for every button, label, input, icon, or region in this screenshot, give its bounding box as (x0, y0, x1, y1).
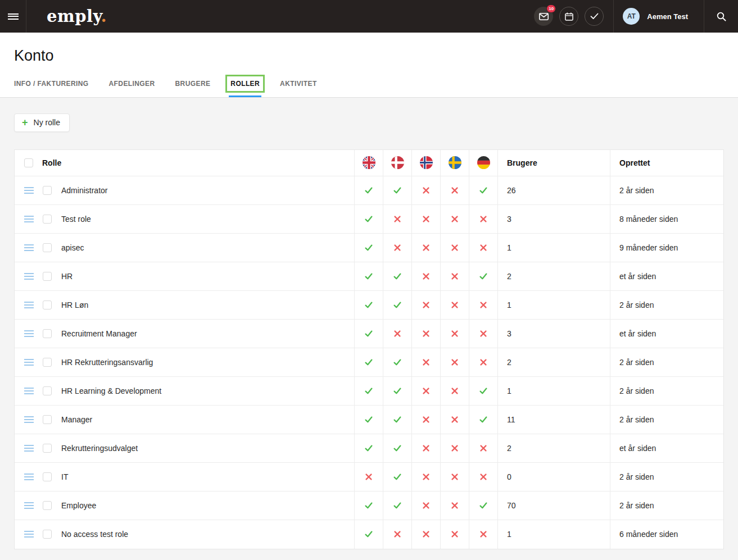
table-row[interactable]: Recruitment Manager 3 et år siden (15, 320, 723, 348)
column-header-uk-flag (354, 150, 383, 176)
denied-cross-icon (393, 243, 402, 252)
table-row[interactable]: HR Løn 1 2 år siden (15, 291, 723, 320)
table-row[interactable]: IT 0 2 år siden (15, 463, 723, 491)
lang-uk-allowed (354, 434, 383, 462)
denied-cross-icon (422, 472, 431, 481)
row-checkbox[interactable] (43, 501, 52, 510)
tab-aktivitet[interactable]: AKTIVITET (280, 76, 317, 97)
allowed-check-icon (479, 415, 488, 424)
lang-no-denied (411, 377, 440, 405)
row-checkbox[interactable] (43, 472, 52, 481)
row-checkbox[interactable] (43, 386, 52, 395)
table-row[interactable]: Manager 11 2 år siden (15, 406, 723, 434)
denied-cross-icon (422, 358, 431, 367)
row-checkbox[interactable] (43, 444, 52, 453)
table-row[interactable]: Administrator 26 2 år siden (15, 176, 723, 205)
app-logo[interactable]: emply. (47, 8, 107, 25)
lang-de-denied (469, 434, 497, 462)
drag-handle-icon[interactable] (24, 472, 34, 482)
drag-handle-icon[interactable] (24, 185, 34, 195)
denied-cross-icon (450, 501, 459, 510)
drag-handle-icon[interactable] (24, 357, 34, 367)
mail-badge: 10 (546, 4, 556, 13)
users-count: 2 (497, 262, 610, 290)
table-row[interactable]: HR Rekrutteringsansvarlig 2 2 år siden (15, 348, 723, 377)
lang-uk-allowed (354, 262, 383, 290)
denied-cross-icon (393, 530, 402, 539)
row-checkbox[interactable] (43, 186, 52, 195)
lang-dk-denied (383, 320, 411, 348)
lang-se-denied (440, 262, 469, 290)
denied-cross-icon (450, 243, 459, 252)
mail-button[interactable]: 10 (534, 7, 553, 26)
row-checkbox[interactable] (43, 243, 52, 252)
row-checkbox[interactable] (43, 272, 52, 281)
table-row[interactable]: HR Learning & Development 1 2 år siden (15, 377, 723, 406)
user-menu[interactable]: AT Aemen Test (614, 8, 704, 25)
tab-roller[interactable]: ROLLER (230, 76, 260, 97)
role-name: HR Learning & Development (61, 386, 161, 395)
check-icon (590, 13, 599, 20)
drag-handle-icon[interactable] (24, 500, 34, 511)
role-name: apisec (61, 243, 84, 252)
lang-uk-allowed (354, 234, 383, 262)
lang-dk-denied (383, 205, 411, 233)
drag-handle-icon[interactable] (24, 443, 34, 453)
table-row[interactable]: HR 2 et år siden (15, 262, 723, 291)
search-button[interactable] (704, 12, 738, 21)
column-header-users: Brugere (497, 150, 610, 176)
tab-info-fakturering[interactable]: INFO / FAKTURERING (14, 76, 89, 97)
role-name: IT (61, 472, 68, 481)
allowed-check-icon (364, 272, 373, 281)
topbar: emply. 10 AT Aemen Test (0, 0, 738, 33)
hamburger-menu-button[interactable] (0, 0, 26, 33)
table-row[interactable]: Employee 70 2 år siden (15, 491, 723, 520)
row-checkbox[interactable] (43, 415, 52, 424)
lang-se-denied (440, 234, 469, 262)
drag-handle-icon[interactable] (24, 243, 34, 253)
table-row[interactable]: No access test role 1 6 måneder siden (15, 520, 723, 549)
new-role-button[interactable]: + Ny rolle (14, 113, 70, 132)
lang-de-denied (469, 234, 497, 262)
drag-handle-icon[interactable] (24, 386, 34, 396)
lang-dk-allowed (383, 491, 411, 520)
table-row[interactable]: Test role 3 8 måneder siden (15, 205, 723, 234)
table-row[interactable]: Rekrutteringsudvalget 2 et år siden (15, 434, 723, 463)
calendar-button[interactable] (559, 7, 578, 26)
drag-handle-icon[interactable] (24, 214, 34, 224)
tab-brugere[interactable]: BRUGERE (175, 76, 211, 97)
row-checkbox[interactable] (43, 530, 52, 539)
drag-handle-icon[interactable] (24, 300, 34, 310)
created-ago: et år siden (610, 434, 723, 462)
allowed-check-icon (393, 472, 402, 481)
lang-no-denied (411, 234, 440, 262)
row-checkbox[interactable] (43, 329, 52, 338)
role-name: Administrator (61, 186, 107, 195)
table-header-row: Rolle Brugere Oprettet (15, 150, 723, 176)
lang-no-denied (411, 176, 440, 204)
tab-afdelinger[interactable]: AFDELINGER (109, 76, 155, 97)
column-header-denmark-flag (383, 150, 411, 176)
column-header-created: Oprettet (610, 150, 723, 176)
roles-table: Rolle Brugere Oprettet Administrator 26 … (14, 149, 724, 549)
denied-cross-icon (422, 386, 431, 395)
row-checkbox[interactable] (43, 358, 52, 367)
row-checkbox[interactable] (43, 301, 52, 309)
drag-handle-icon[interactable] (24, 329, 34, 339)
row-checkbox[interactable] (43, 215, 52, 224)
table-row[interactable]: apisec 1 9 måneder siden (15, 234, 723, 262)
lang-se-denied (440, 320, 469, 348)
drag-handle-icon[interactable] (24, 271, 34, 281)
created-ago: 2 år siden (610, 491, 723, 520)
created-ago: 2 år siden (610, 176, 723, 204)
drag-handle-icon[interactable] (24, 529, 34, 539)
lang-de-denied (469, 291, 497, 319)
denied-cross-icon (450, 301, 459, 309)
lang-dk-allowed (383, 434, 411, 462)
column-header-norway-flag (411, 150, 440, 176)
tasks-button[interactable] (585, 7, 604, 26)
drag-handle-icon[interactable] (24, 415, 34, 425)
allowed-check-icon (393, 386, 402, 395)
lang-no-denied (411, 434, 440, 462)
select-all-checkbox[interactable] (24, 158, 33, 167)
